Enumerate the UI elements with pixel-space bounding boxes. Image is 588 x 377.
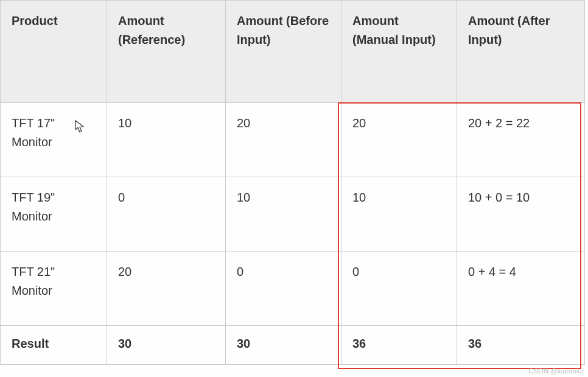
cell-product: TFT 17" Monitor — [1, 103, 107, 177]
cell-product: TFT 21" Monitor — [1, 252, 107, 326]
col-before: Amount (Before Input) — [226, 1, 341, 103]
result-label: Result — [1, 326, 107, 365]
table-result-row: Result 30 30 36 36 — [1, 326, 585, 365]
amount-table: Product Amount (Reference) Amount (Befor… — [0, 0, 585, 365]
cell-after: 20 + 2 = 22 — [457, 103, 585, 177]
watermark: CSDN @xiaomici — [529, 367, 583, 375]
result-reference: 30 — [107, 326, 226, 365]
cell-reference: 0 — [107, 177, 226, 252]
table-row: TFT 19" Monitor 0 10 10 10 + 0 = 10 — [1, 177, 585, 252]
col-after: Amount (After Input) — [457, 1, 585, 103]
result-manual: 36 — [341, 326, 457, 365]
result-after: 36 — [457, 326, 585, 365]
cell-manual: 0 — [341, 252, 457, 326]
cell-manual: 20 — [341, 103, 457, 177]
cell-before: 0 — [226, 252, 341, 326]
cell-after: 10 + 0 = 10 — [457, 177, 585, 252]
cell-reference: 10 — [107, 103, 226, 177]
col-manual: Amount (Manual Input) — [341, 1, 457, 103]
table-row: TFT 21" Monitor 20 0 0 0 + 4 = 4 — [1, 252, 585, 326]
col-product: Product — [1, 1, 107, 103]
table-row: TFT 17" Monitor 10 20 20 20 + 2 = 22 — [1, 103, 585, 177]
col-reference: Amount (Reference) — [107, 1, 226, 103]
cell-before: 10 — [226, 177, 341, 252]
table-header-row: Product Amount (Reference) Amount (Befor… — [1, 1, 585, 103]
cell-before: 20 — [226, 103, 341, 177]
cell-reference: 20 — [107, 252, 226, 326]
cell-manual: 10 — [341, 177, 457, 252]
result-before: 30 — [226, 326, 341, 365]
cell-after: 0 + 4 = 4 — [457, 252, 585, 326]
cell-product: TFT 19" Monitor — [1, 177, 107, 252]
